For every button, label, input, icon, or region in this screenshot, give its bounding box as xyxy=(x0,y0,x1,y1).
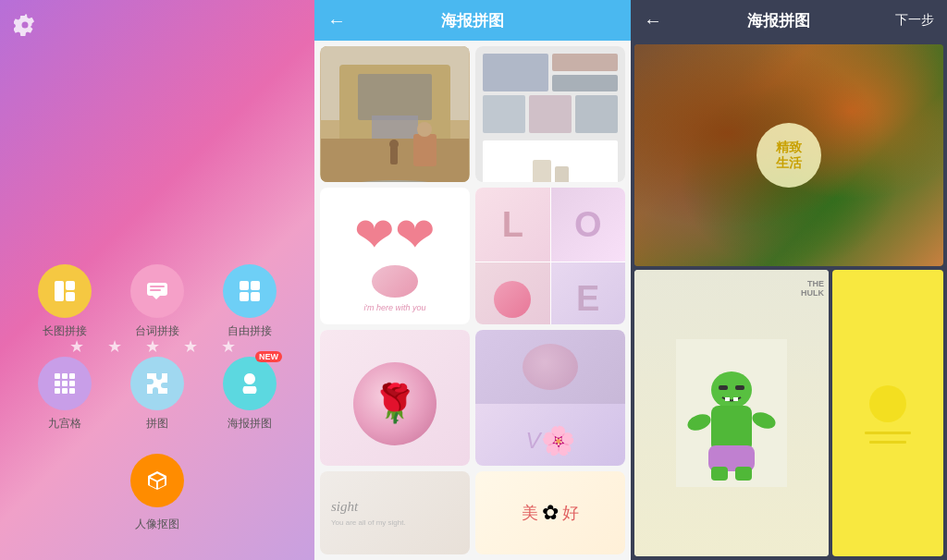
changtu-icon xyxy=(38,264,92,318)
svg-rect-13 xyxy=(55,381,60,386)
svg-rect-28 xyxy=(413,134,437,166)
middle-content: ❤❤ i'm here with you L O E 🌹 xyxy=(314,41,631,560)
taici-button[interactable]: 台词拼接 xyxy=(116,260,199,343)
template-card-sight[interactable]: sight You are all of my sight. xyxy=(320,471,470,554)
svg-rect-33 xyxy=(735,385,744,390)
pintu-icon xyxy=(130,357,184,410)
sight-title: sight xyxy=(331,499,459,515)
hulk-body: THEHULK xyxy=(634,270,829,556)
renlian-label: 人像抠图 xyxy=(135,517,179,532)
yellow-card xyxy=(832,270,943,556)
bottom-composite: THEHULK xyxy=(634,270,943,556)
svg-rect-15 xyxy=(69,381,75,386)
svg-rect-18 xyxy=(69,388,75,394)
svg-rect-44 xyxy=(865,432,911,434)
svg-rect-4 xyxy=(150,286,165,287)
template-card-rose2[interactable]: V 🌸 xyxy=(475,330,625,466)
template-card-flower[interactable]: 美 ✿ 好 xyxy=(475,471,625,554)
jiugongge-icon xyxy=(38,357,92,410)
svg-point-43 xyxy=(869,385,906,422)
template-card-love[interactable]: L O E xyxy=(475,188,625,323)
middle-back-button[interactable]: ← xyxy=(327,10,346,31)
middle-header: ← 海报拼图 xyxy=(314,0,631,41)
svg-rect-7 xyxy=(251,281,260,290)
flower-text: 美 xyxy=(522,502,538,524)
renlian-button[interactable]: 人像抠图 xyxy=(130,454,184,532)
svg-rect-5 xyxy=(150,289,161,291)
svg-rect-12 xyxy=(69,373,75,379)
sight-subtitle: You are all of my sight. xyxy=(331,518,459,527)
svg-rect-11 xyxy=(62,373,68,379)
overlay-line2: 生活 xyxy=(776,155,802,171)
hearts-text: i'm here with you xyxy=(363,303,425,312)
hulk-text: THEHULK xyxy=(801,279,824,298)
pintu-label: 拼图 xyxy=(146,416,168,432)
settings-button[interactable] xyxy=(14,14,42,42)
svg-rect-45 xyxy=(869,441,906,444)
svg-rect-32 xyxy=(719,385,728,390)
changtu-button[interactable]: 长图拼接 xyxy=(23,260,106,343)
jiugongge-button[interactable]: 九宫格 xyxy=(23,352,106,435)
template-card-hearts[interactable]: ❤❤ i'm here with you xyxy=(320,188,470,323)
middle-panel: ← 海报拼图 xyxy=(314,0,631,560)
food-image: 精致 生活 xyxy=(634,44,943,266)
haibao-icon: NEW xyxy=(223,357,277,410)
right-title: 海报拼图 xyxy=(747,10,810,31)
renlian-icon xyxy=(130,454,184,507)
svg-rect-16 xyxy=(55,388,60,394)
middle-title: 海报拼图 xyxy=(441,10,504,31)
template-card-gallery[interactable] xyxy=(475,46,625,182)
haibao-label: 海报拼图 xyxy=(228,416,272,432)
flower-text2: 好 xyxy=(562,502,579,524)
svg-point-29 xyxy=(417,122,432,137)
svg-point-31 xyxy=(711,371,752,408)
svg-rect-40 xyxy=(711,467,728,481)
ziyou-icon xyxy=(223,264,277,318)
left-panel: ★ ★ ★ ★ ★ 长图拼接 xyxy=(0,0,314,560)
svg-rect-17 xyxy=(62,388,68,394)
svg-rect-9 xyxy=(251,292,260,301)
ziyou-button[interactable]: 自由拼接 xyxy=(208,260,291,343)
taici-icon xyxy=(130,264,184,318)
new-badge: NEW xyxy=(255,351,282,362)
svg-rect-41 xyxy=(735,467,752,481)
right-header: ← 海报拼图 下一步 xyxy=(631,0,947,41)
overlay-text: 精致 生活 xyxy=(756,123,821,188)
flower-icon: ✿ xyxy=(542,501,559,525)
hulk-card: THEHULK xyxy=(634,270,829,556)
svg-rect-34 xyxy=(725,397,730,401)
jiugongge-label: 九宫格 xyxy=(48,416,81,432)
svg-rect-35 xyxy=(733,397,738,401)
right-content: 精致 生活 xyxy=(631,41,947,560)
svg-rect-14 xyxy=(62,381,68,386)
next-button[interactable]: 下一步 xyxy=(895,12,934,29)
svg-rect-2 xyxy=(66,292,75,301)
svg-rect-1 xyxy=(66,281,75,290)
template-card-rose1[interactable]: 🌹 xyxy=(320,330,470,466)
template-card-arch[interactable] xyxy=(320,46,470,182)
right-panel: ← 海报拼图 下一步 精致 生活 xyxy=(631,0,947,560)
svg-rect-6 xyxy=(240,281,249,290)
pintu-button[interactable]: 拼图 xyxy=(116,352,199,435)
haibao-button[interactable]: NEW 海报拼图 xyxy=(208,352,291,435)
svg-rect-0 xyxy=(55,281,64,301)
overlay-line1: 精致 xyxy=(776,140,802,155)
svg-rect-36 xyxy=(711,406,752,452)
svg-rect-10 xyxy=(55,373,60,379)
svg-point-27 xyxy=(389,140,399,149)
right-back-button[interactable]: ← xyxy=(644,10,662,31)
svg-rect-22 xyxy=(358,74,432,120)
svg-rect-8 xyxy=(240,292,249,301)
